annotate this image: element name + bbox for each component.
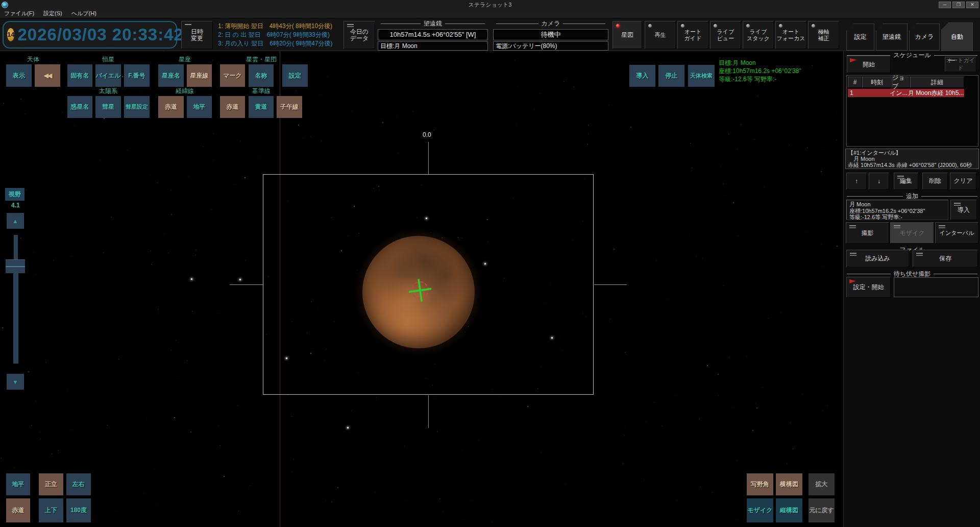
event-times: 1: 薄明開始 翌日 4時43分( 8時間10分後) 2: 日 の 出 翌日 6… (218, 22, 333, 48)
equatorial-mode-button[interactable]: 赤道 (6, 498, 30, 522)
celestial-show-button[interactable]: 表示 (6, 64, 32, 87)
fov-value: 4.1 (11, 202, 20, 209)
today-data-button[interactable]: 今日のデータ (344, 21, 375, 49)
fov-slider-handle[interactable] (6, 259, 25, 273)
group-label-solar: 太陽系 (93, 87, 124, 95)
planet-name-button[interactable]: 惑星名 (67, 96, 92, 118)
ref-meridian-button[interactable]: 子午線 (277, 96, 302, 118)
tab-camera[interactable]: カメラ (909, 23, 940, 51)
liveview-button[interactable]: ライブビュー (710, 21, 741, 49)
capture-button[interactable]: 撮影 (846, 222, 889, 244)
nebula-mark-button[interactable]: マーク (220, 64, 245, 87)
stop-button[interactable]: 停止 (658, 65, 684, 87)
rotate-180-button[interactable]: 180度 (66, 498, 91, 522)
menu-help[interactable]: ヘルプ(H) (71, 10, 96, 17)
telescope-panel: 望遠鏡 10h57m14.5s +06°02'55" [W] 目標:月 Moon (378, 19, 488, 51)
group-label-nebula: 星雲・星団 (236, 55, 287, 64)
camera-power: 電源:バッテリー(80%) (493, 41, 608, 51)
constellation-line-button[interactable]: 星座線 (187, 64, 212, 87)
window-title: ステラショット3 (0, 1, 980, 9)
sunrise-time: 2: 日 の 出 翌日 6時07分( 9時間33分後) (218, 31, 333, 39)
toolbar: 14 2026/03/03 20:33:42 日時変更 1: 薄明開始 翌日 4… (0, 18, 980, 51)
clear-button[interactable]: クリア (950, 173, 976, 189)
minimize-button[interactable]: ─ (939, 2, 951, 8)
grid-equatorial-button[interactable]: 赤道 (158, 96, 184, 118)
stakeout-start-button[interactable]: 設定・開始 (846, 277, 891, 298)
horizontal-mode-button[interactable]: 地平 (6, 473, 30, 495)
meridian-line-bottom (428, 395, 429, 428)
star-propername-button[interactable]: 固有名 (67, 64, 92, 87)
mosaic-map-button[interactable]: モザイク (747, 498, 773, 522)
starmap-button[interactable]: 星図 (612, 21, 642, 49)
schedule-row[interactable]: 1 イン... 月 Moon赤経 10h5... (848, 89, 964, 97)
liveview-led-icon (714, 24, 717, 28)
restore-button[interactable]: ❐ (952, 2, 965, 8)
group-label-constellation: 星座 (169, 55, 200, 64)
stakeout-status-box (894, 277, 978, 297)
nebula-settings-button[interactable]: 設定 (282, 64, 308, 87)
grid-horizontal-button[interactable]: 地平 (187, 96, 212, 118)
goto-button[interactable]: 導入 (629, 65, 655, 87)
livestack-button[interactable]: ライブスタック (743, 21, 774, 49)
row-num: 1 (848, 89, 862, 97)
ref-equator-button[interactable]: 赤道 (220, 96, 245, 118)
flip-ud-button[interactable]: 上下 (39, 498, 63, 522)
autoguide-button[interactable]: オートガイド (677, 21, 708, 49)
autofocus-button[interactable]: オートフォーカス (775, 21, 806, 49)
save-button[interactable]: 保存 (913, 250, 978, 267)
menu-settings[interactable]: 設定(S) (43, 10, 62, 17)
fov-angle-button[interactable]: 写野角 (747, 473, 773, 495)
schedule-start-button[interactable]: 開始 (847, 56, 891, 73)
target-info: 目標:月 Moon 座標:10h57m16.2s +06°02'38" 等級:-… (719, 59, 801, 83)
schedule-table[interactable]: # 時刻 ジョブ 詳細 1 イン... 月 Moon赤経 10h5... (846, 75, 978, 147)
landscape-compose-button[interactable]: 横構図 (776, 473, 802, 495)
flip-lr-button[interactable]: 左右 (66, 473, 91, 495)
load-button[interactable]: 読み込み (846, 250, 909, 267)
move-up-button[interactable]: ↑ (846, 173, 867, 189)
col-detail[interactable]: 詳細 (910, 77, 964, 88)
group-label-gridlines: 経緯線 (169, 87, 200, 95)
fov-zoom-out-button[interactable]: ▼ (7, 374, 24, 390)
zoom-in-map-button[interactable]: 拡大 (808, 473, 835, 495)
sky-map[interactable]: 天体 恒星 星座 星雲・星団 表示 ◀◀ 固有名 バイエル F.番号 星座名 星… (0, 51, 843, 527)
tab-telescope[interactable]: 望遠鏡 (876, 23, 908, 51)
ref-ecliptic-button[interactable]: 黄道 (249, 96, 274, 118)
col-num[interactable]: # (848, 77, 862, 88)
camera-header: カメラ (493, 19, 608, 28)
twilight-time: 1: 薄明開始 翌日 4時43分( 8時間10分後) (218, 22, 333, 31)
delete-button[interactable]: 削除 (922, 173, 948, 189)
object-search-button[interactable]: 天体検索 (688, 65, 715, 87)
close-button[interactable]: ✕ (966, 2, 978, 8)
nebula-name-button[interactable]: 名称 (249, 64, 274, 87)
add-goto-button[interactable]: 導入 (950, 200, 977, 220)
interval-button[interactable]: インターバル (935, 222, 978, 244)
fov-zoom-in-button[interactable]: ▲ (7, 213, 24, 229)
tab-settings[interactable]: 設定 (846, 23, 874, 51)
star-fnumber-button[interactable]: F.番号 (124, 64, 150, 87)
polar-align-button[interactable]: 極軸補正 (808, 21, 839, 49)
col-job[interactable]: ジョブ (892, 77, 910, 88)
datetime-change-button[interactable]: 日時変更 (181, 21, 213, 49)
title-bar: ST ステラショット3 ─ ❐ ✕ (0, 0, 980, 9)
move-down-button[interactable]: ↓ (869, 173, 889, 189)
undo-button[interactable]: 元に戻す (808, 498, 835, 522)
rewind-button[interactable]: ◀◀ (35, 64, 60, 87)
fov-slider-track-lower[interactable] (13, 273, 18, 364)
fov-label: 視野 (5, 188, 24, 201)
constellation-name-button[interactable]: 星座名 (158, 64, 184, 87)
job-detail-box: 【#1:インターバル】 月 Moon 赤経 10h57m14.3s 赤緯 +06… (845, 149, 979, 169)
menu-file[interactable]: ファイル(F) (4, 10, 34, 17)
schedule-autoguide-button[interactable]: オートガイド (945, 57, 976, 72)
comet-settings-button[interactable]: 彗星設定 (124, 96, 150, 118)
mosaic-button[interactable]: モザイク (890, 222, 934, 244)
tab-auto[interactable]: 自動 (941, 22, 973, 51)
comet-button[interactable]: 彗星 (95, 96, 121, 118)
col-time[interactable]: 時刻 (862, 77, 892, 88)
play-button[interactable]: 再生 (645, 21, 676, 49)
fov-slider-track-upper[interactable] (14, 235, 18, 259)
portrait-compose-button[interactable]: 縦構図 (776, 498, 802, 522)
meridian-hour-label: 0.0 (423, 131, 431, 138)
star-bayer-button[interactable]: バイエル (95, 64, 121, 87)
upright-button[interactable]: 正立 (39, 473, 63, 495)
edit-button[interactable]: 編集 (894, 173, 918, 189)
